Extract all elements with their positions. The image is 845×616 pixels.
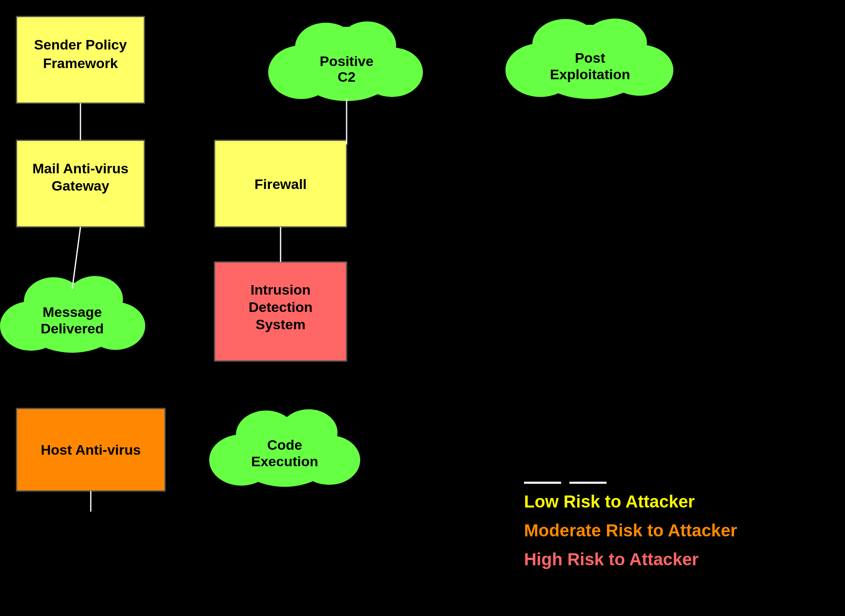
mail-antivirus-label2: Gateway: [52, 178, 109, 194]
intrusion-label1: Intrusion: [250, 282, 310, 297]
code-execution-cloud: Code Execution: [209, 409, 360, 487]
legend-high-label: High Risk to Attacker: [524, 550, 699, 569]
legend-low-label: Low Risk to Attacker: [524, 492, 695, 511]
post-exploitation-cloud: Post Exploitation: [505, 19, 673, 99]
firewall-label: Firewall: [255, 176, 307, 192]
host-antivirus-label: Host Anti-virus: [41, 442, 141, 458]
diagram-canvas: Sender Policy Framework Positive C2 Post…: [0, 0, 845, 616]
svg-text:Execution: Execution: [251, 453, 318, 469]
svg-text:Post: Post: [575, 50, 605, 66]
legend-moderate-label: Moderate Risk to Attacker: [524, 521, 737, 540]
svg-text:Code: Code: [267, 437, 302, 453]
sender-policy-label: Sender Policy: [34, 37, 127, 52]
intrusion-label2: Detection: [249, 299, 313, 315]
svg-text:Exploitation: Exploitation: [550, 66, 630, 82]
svg-text:Message: Message: [42, 304, 102, 320]
positive-c2-cloud: Positive C2: [268, 21, 423, 101]
svg-text:Delivered: Delivered: [40, 321, 104, 336]
mail-antivirus-label1: Mail Anti-virus: [33, 160, 129, 176]
svg-text:Positive: Positive: [320, 53, 373, 69]
sender-policy-label2: Framework: [43, 55, 118, 71]
intrusion-label3: System: [256, 316, 306, 332]
svg-text:C2: C2: [338, 69, 355, 85]
conn-mail-msg: [72, 227, 80, 289]
